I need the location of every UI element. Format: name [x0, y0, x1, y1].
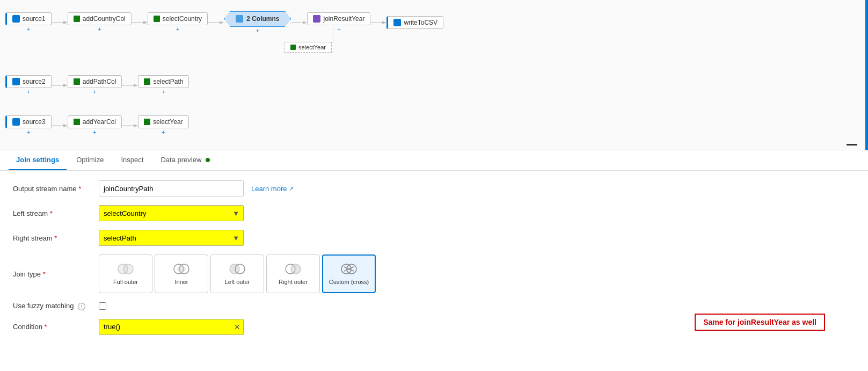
settings-panel: Output stream name * Learn more ↗ Left s… [0, 171, 868, 353]
tab-inspect[interactable]: Inspect [113, 150, 151, 170]
transform3-icon [74, 119, 80, 125]
join-type-group: Full outer Inner Left outer [99, 254, 376, 293]
pipeline-canvas: source1 + addCountryCol + selectCountry … [0, 0, 868, 150]
node-writeToCSV[interactable]: writeToCSV [386, 16, 443, 29]
tab-data-preview[interactable]: Data preview [153, 150, 217, 170]
join-type-row: Join type * Full outer [13, 254, 855, 293]
left-stream-label: Left stream * [13, 209, 99, 217]
join-type-label: Join type * [13, 270, 99, 278]
tabs-bar: Join settings Optimize Inspect Data prev… [0, 150, 868, 171]
condition-input[interactable] [99, 319, 244, 335]
transform2-icon [74, 78, 80, 85]
learn-more-link[interactable]: Learn more ↗ [251, 185, 294, 193]
right-stream-label: Right stream * [13, 234, 99, 242]
svg-marker-17 [63, 124, 68, 127]
fuzzy-matching-label: Use fuzzy matching i [13, 302, 99, 310]
sink-icon [393, 19, 401, 26]
condition-row: Condition * ✕ [13, 319, 855, 335]
condition-label: Condition * [13, 323, 99, 331]
condition-clear-button[interactable]: ✕ [234, 323, 240, 331]
join-btn-right-outer[interactable]: Right outer [266, 254, 320, 293]
node-selectCountry[interactable]: selectCountry + [148, 12, 208, 32]
left-stream-select-wrapper: selectCountry selectPath selectYear ▼ [99, 205, 244, 221]
select2-icon [144, 78, 150, 85]
source-icon [12, 15, 20, 23]
join-btn-left-outer[interactable]: Left outer [210, 254, 264, 293]
svg-marker-5 [220, 21, 224, 24]
select3-icon [144, 119, 150, 125]
source2-icon [12, 78, 20, 85]
source3-icon [12, 118, 20, 126]
right-stream-select-wrapper: selectCountry selectPath selectYear ▼ [99, 230, 244, 246]
right-outer-icon [283, 263, 303, 275]
condition-input-wrapper: ✕ [99, 319, 244, 335]
join-btn-custom-cross[interactable]: Custom (cross) [322, 254, 376, 293]
left-stream-select[interactable]: selectCountry selectPath selectYear [99, 205, 244, 221]
transform-icon [74, 16, 80, 22]
svg-marker-19 [134, 124, 138, 127]
svg-marker-3 [143, 21, 148, 24]
svg-marker-1 [63, 21, 68, 24]
fuzzy-matching-row: Use fuzzy matching i [13, 302, 855, 310]
sidebar-accent-bar [865, 0, 868, 150]
svg-marker-15 [134, 84, 138, 87]
pipeline-row-2: source2 + addPathCol + selectPath + [5, 75, 189, 95]
right-stream-select[interactable]: selectCountry selectPath selectYear [99, 230, 244, 246]
pipeline-row-1: source1 + addCountryCol + selectCountry … [5, 11, 443, 34]
node-source3[interactable]: source3 + [5, 115, 52, 135]
fuzzy-matching-checkbox[interactable] [99, 302, 106, 310]
join-icon [236, 15, 243, 23]
left-stream-row: Left stream * selectCountry selectPath s… [13, 205, 855, 221]
svg-marker-7 [303, 21, 307, 24]
sub-select-icon [290, 45, 296, 50]
svg-point-29 [291, 264, 301, 274]
node-source1[interactable]: source1 + [5, 12, 52, 32]
right-stream-row: Right stream * selectCountry selectPath … [13, 230, 855, 246]
full-outer-icon [116, 263, 135, 275]
node-selectYear[interactable]: selectYear + [138, 115, 189, 135]
custom-cross-icon [339, 263, 359, 275]
tab-join-settings[interactable]: Join settings [9, 150, 67, 170]
tab-optimize[interactable]: Optimize [69, 150, 111, 170]
node-2columns[interactable]: 2 Columns + [224, 11, 291, 34]
node-source2[interactable]: source2 + [5, 75, 52, 95]
external-link-icon: ↗ [289, 185, 294, 192]
svg-marker-13 [63, 84, 68, 87]
join-btn-inner[interactable]: Inner [155, 254, 208, 293]
data-preview-dot [206, 158, 210, 162]
svg-point-23 [123, 264, 133, 274]
output-stream-label: Output stream name * [13, 185, 99, 193]
node-addYearCol[interactable]: addYearCol + [68, 115, 122, 135]
node-addPathCol[interactable]: addPathCol + [68, 75, 122, 95]
output-stream-input[interactable] [99, 180, 244, 197]
inner-icon [172, 263, 191, 275]
fuzzy-info-icon: i [78, 303, 85, 310]
pipeline-row-3: source3 + addYearCol + selectYear + [5, 115, 189, 135]
node-selectPath[interactable]: selectPath + [138, 75, 189, 95]
svg-marker-9 [382, 21, 386, 24]
left-outer-icon [228, 263, 247, 275]
select-icon [154, 16, 160, 22]
join-btn-full-outer[interactable]: Full outer [99, 254, 152, 293]
minimize-button[interactable] [847, 144, 857, 146]
join2-icon [313, 15, 320, 23]
node-addCountryCol[interactable]: addCountryCol + [68, 12, 132, 32]
sub-selectYear-node: selectYear [285, 42, 332, 53]
output-stream-row: Output stream name * Learn more ↗ [13, 180, 855, 197]
svg-point-26 [230, 264, 239, 274]
connector-line [333, 27, 354, 48]
